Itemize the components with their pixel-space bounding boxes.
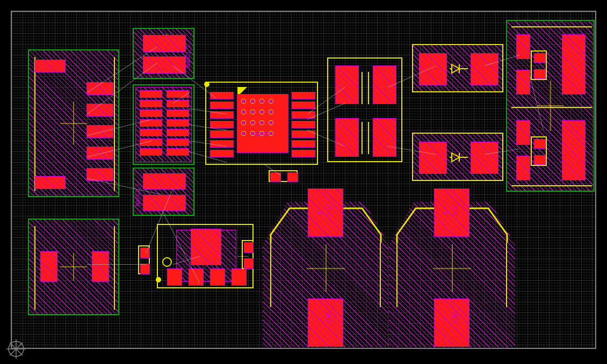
net-label-gnd-p2: GND <box>452 311 458 323</box>
component-c1[interactable]: NetIC1_2 <box>133 28 194 79</box>
component-j2[interactable] <box>28 219 119 315</box>
component-r3[interactable] <box>242 240 254 269</box>
via[interactable] <box>242 110 245 114</box>
component-u2[interactable] <box>133 84 194 165</box>
svg-marker-0 <box>452 64 459 73</box>
via[interactable] <box>260 132 264 135</box>
net-label-vcc: VCC <box>326 204 332 215</box>
svg-marker-4 <box>452 153 459 162</box>
component-j1[interactable] <box>28 49 119 197</box>
pad-label-1: 1 <box>316 212 322 215</box>
via[interactable] <box>242 132 245 135</box>
via[interactable] <box>260 110 264 114</box>
marker-dot <box>156 277 161 282</box>
net-label-c2: NetIC1_7 <box>135 184 141 206</box>
via[interactable] <box>269 110 273 114</box>
net-label-c1: NetIC1_2 <box>185 45 191 68</box>
component-j3[interactable] <box>506 20 595 192</box>
component-y1[interactable] <box>327 57 402 162</box>
diode-symbol-icon <box>450 63 468 74</box>
component-r2[interactable] <box>138 245 150 274</box>
component-c2[interactable]: NetIC1_7 <box>133 168 194 216</box>
net-label-gnd-p1: GND <box>326 311 332 323</box>
net-label-vcc-p2: VCC <box>452 204 458 215</box>
via[interactable] <box>242 99 245 103</box>
component-d2[interactable] <box>412 133 503 181</box>
component-p1[interactable]: 1 VCC 2 GND <box>263 189 389 347</box>
component-p2[interactable]: 1 VCC 2 GND <box>389 189 515 347</box>
origin-marker-icon <box>5 338 27 360</box>
pad-label-2b: 2 <box>443 318 449 321</box>
pad-label-1b: 1 <box>443 212 449 215</box>
pcb-canvas[interactable]: NetIC1_2 NetIC1_7 GND <box>11 11 596 349</box>
component-q1[interactable] <box>157 224 254 288</box>
via[interactable] <box>260 121 264 125</box>
via[interactable] <box>269 132 273 135</box>
component-r1[interactable] <box>269 170 298 182</box>
component-d1[interactable] <box>412 44 503 92</box>
via[interactable] <box>242 121 245 125</box>
via[interactable] <box>251 110 255 114</box>
marker-dot <box>204 82 209 87</box>
via[interactable] <box>251 99 255 103</box>
diode-symbol-icon <box>450 152 468 163</box>
via[interactable] <box>251 132 255 135</box>
pad-label-2: 2 <box>316 318 322 321</box>
via[interactable] <box>269 99 273 103</box>
via[interactable] <box>251 121 255 125</box>
via[interactable] <box>269 121 273 125</box>
via[interactable] <box>260 99 264 103</box>
